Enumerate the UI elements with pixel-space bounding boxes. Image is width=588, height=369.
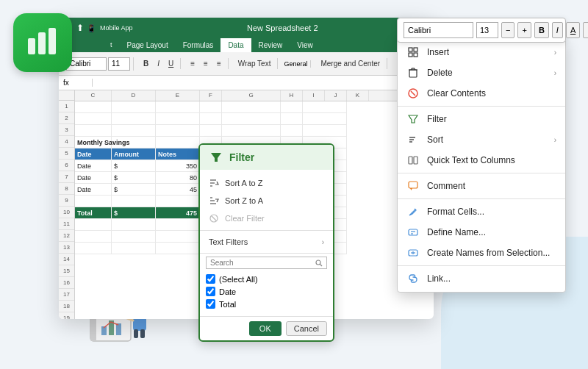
menu-item-define-name[interactable]: Define Name... <box>398 222 565 243</box>
mobile-label: Mobile App <box>100 24 133 32</box>
text-filters-item[interactable]: Text Filters › <box>200 234 333 250</box>
data-dollar-1[interactable]: $ <box>112 160 156 172</box>
row-19: 19 <box>59 312 74 319</box>
data-date-3[interactable]: Date <box>75 184 112 196</box>
align-left-button[interactable]: ≡ <box>187 58 198 69</box>
menu-item-create-names[interactable]: Create Names from Selection... <box>398 243 565 263</box>
share-icon[interactable]: ⬆ <box>76 23 84 33</box>
data-date-1[interactable]: Date <box>75 160 112 172</box>
row-17: 17 <box>59 289 74 301</box>
comment-label: Comment <box>427 181 556 191</box>
tab-formulas[interactable]: Formulas <box>176 38 221 52</box>
data-date-2[interactable]: Date <box>75 172 112 184</box>
font-size-input[interactable] <box>108 57 130 71</box>
clear-icon <box>406 87 420 100</box>
create-names-label: Create Names from Selection... <box>427 248 556 258</box>
data-value-1[interactable]: 350 <box>156 160 200 172</box>
wrap-text-button[interactable]: Wrap Text <box>234 58 275 69</box>
menu-item-sort[interactable]: Sort › <box>398 129 565 150</box>
font-name-header-input[interactable] <box>404 22 473 38</box>
font-toolbar: − + B I A ▤ <box>397 18 566 43</box>
sort-z-to-a-item[interactable]: Sort Z to A <box>200 192 333 209</box>
underline-header-button[interactable]: A <box>566 22 580 38</box>
menu-item-clear[interactable]: Clear Contents <box>398 83 565 104</box>
filter-check-total[interactable]: Total <box>206 298 327 310</box>
date-header[interactable]: Date <box>75 148 112 160</box>
filter-check-select-all[interactable]: (Select All) <box>206 273 327 285</box>
tab-data[interactable]: Data <box>220 38 251 52</box>
align-right-button[interactable]: ≡ <box>213 58 225 69</box>
align-center-button[interactable]: ≡ <box>200 58 212 69</box>
svg-rect-7 <box>409 70 417 77</box>
tab-view[interactable]: View <box>290 38 320 52</box>
decrease-size-button[interactable]: − <box>501 22 514 38</box>
svg-rect-4 <box>414 48 417 51</box>
filter-ok-button[interactable]: OK <box>249 321 282 336</box>
clear-label: Clear Contents <box>427 88 556 98</box>
svg-rect-53 <box>140 329 145 338</box>
check-date[interactable] <box>206 287 215 296</box>
italic-button[interactable]: I <box>154 58 163 69</box>
menu-item-quick-text[interactable]: Quick Text to Columns <box>398 150 565 171</box>
italic-header-button[interactable]: I <box>552 22 563 38</box>
filter-cancel-button[interactable]: Cancel <box>286 321 327 336</box>
menu-item-comment[interactable]: Comment <box>398 176 565 196</box>
row-10: 10 <box>59 207 74 218</box>
filter-dropdown-header: Filter <box>200 145 333 170</box>
font-size-header-input[interactable] <box>476 22 498 38</box>
check-total[interactable] <box>206 299 215 309</box>
sort-arrow: › <box>554 136 556 144</box>
total-label[interactable]: Total <box>75 207 112 219</box>
menu-item-insert[interactable]: Insert › <box>398 42 565 62</box>
svg-rect-52 <box>134 329 138 338</box>
tab-page-layout[interactable]: Page Layout <box>120 38 176 52</box>
svg-rect-3 <box>409 48 412 51</box>
style-group: B I U <box>137 58 181 69</box>
svg-point-38 <box>316 260 320 265</box>
title-bar: ← ⬆ 📱 Mobile App New Spreadsheet 2 <box>59 18 434 38</box>
total-value[interactable]: 475 <box>156 207 200 219</box>
menu-item-link[interactable]: Link... <box>398 268 565 289</box>
tab-review[interactable]: Review <box>251 38 290 52</box>
increase-size-button[interactable]: + <box>517 22 531 38</box>
row-2: 2 <box>59 112 74 124</box>
amount-header[interactable]: Amount <box>112 148 156 160</box>
sort-icon <box>406 133 420 146</box>
sort-a-to-z-item[interactable]: Sort A to Z <box>200 174 333 192</box>
menu-item-delete[interactable]: Delete › <box>398 62 565 83</box>
tab-home[interactable]: t <box>103 38 120 52</box>
row-16: 16 <box>59 277 74 289</box>
svg-marker-21 <box>410 188 412 190</box>
search-icon <box>315 259 323 267</box>
underline-button[interactable]: U <box>165 58 177 69</box>
svg-rect-19 <box>414 157 417 164</box>
font-name-input[interactable] <box>66 57 107 71</box>
check-select-all[interactable] <box>206 274 215 284</box>
filter-footer: OK Cancel <box>200 316 333 340</box>
monthly-savings-label[interactable]: Monthly Savings <box>75 137 112 148</box>
filter-search-input[interactable] <box>210 259 315 267</box>
menu-item-filter[interactable]: Filter <box>398 109 565 129</box>
filter-divider-2 <box>200 253 333 254</box>
row-14: 14 <box>59 254 74 265</box>
divider-1 <box>398 106 565 107</box>
row-12: 12 <box>59 230 74 242</box>
total-dollar[interactable]: $ <box>112 207 156 219</box>
data-dollar-3[interactable]: $ <box>112 184 156 196</box>
data-dollar-2[interactable]: $ <box>112 172 156 184</box>
clear-filter-item[interactable]: Clear Filter <box>200 209 333 227</box>
svg-rect-5 <box>409 53 412 57</box>
notes-header[interactable]: Notes <box>156 148 200 160</box>
filter-funnel-icon <box>209 150 223 165</box>
data-value-3[interactable]: 45 <box>156 184 200 196</box>
menu-item-format[interactable]: Format Cells... <box>398 201 565 222</box>
bold-button[interactable]: B <box>140 58 152 69</box>
sort-az-icon <box>209 178 219 188</box>
filter-check-date[interactable]: Date <box>206 285 327 298</box>
data-value-2[interactable]: 80 <box>156 172 200 184</box>
merge-button[interactable]: Merge and Center <box>317 58 384 69</box>
insert-arrow: › <box>554 49 556 57</box>
bold-header-button[interactable]: B <box>534 22 549 38</box>
more-format-button[interactable]: ▤ <box>583 22 588 38</box>
svg-line-39 <box>320 264 323 266</box>
